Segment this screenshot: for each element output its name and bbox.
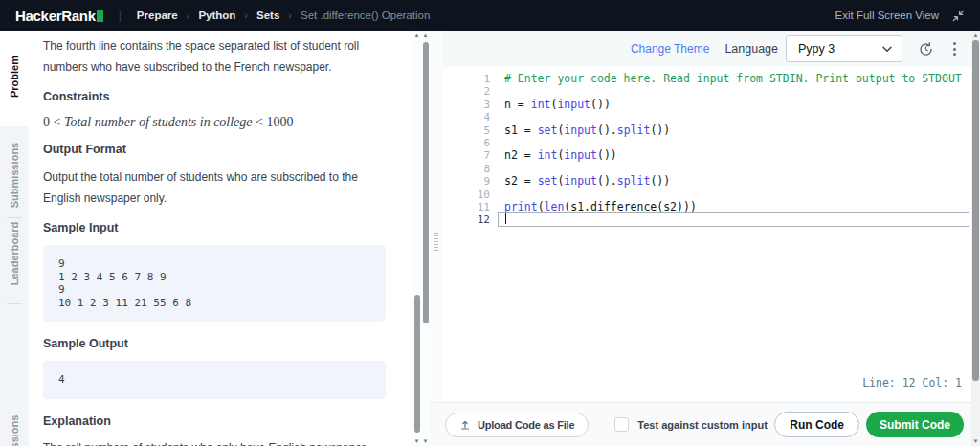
code-line-text (498, 163, 969, 175)
reset-code-icon[interactable] (918, 41, 934, 57)
hackerrank-challenge-screen: HackerRank | Prepare›Python›Sets›Set .di… (0, 0, 980, 446)
exit-fullscreen-link[interactable]: Exit Full Screen View (835, 10, 939, 21)
scroll-up-arrow[interactable]: ▲ (421, 31, 430, 40)
line-number: 12 (442, 213, 498, 226)
explanation-line: The roll numbers of students who only ha… (43, 437, 386, 446)
line-number: 11 (442, 201, 498, 213)
scroll-up-arrow[interactable]: ▲ (971, 31, 980, 40)
submit-code-button[interactable]: Submit Code (866, 412, 964, 437)
breadcrumb-separator-icon: › (244, 10, 248, 21)
sidebar-tab-label: Leaderboard (9, 222, 20, 286)
code-line[interactable]: 11print(len(s1.difference(s2))) (442, 201, 971, 213)
constraints-heading: Constraints (43, 90, 386, 103)
scroll-down-arrow[interactable]: ▼ (412, 436, 421, 446)
scroll-down-arrow[interactable]: ▼ (421, 436, 430, 446)
page-scrollbar: ▲ ▼ (971, 31, 980, 446)
code-line[interactable]: 6 (442, 137, 971, 149)
editor-toolbar: Change Theme Language Pypy 3 (442, 31, 971, 67)
line-number: 3 (442, 99, 498, 111)
collapse-arrows-icon[interactable] (952, 10, 965, 22)
problem-paragraph: The fourth line contains the space separ… (43, 35, 386, 78)
output-format-heading: Output Format (43, 143, 386, 156)
code-line[interactable]: 10 (442, 189, 971, 201)
scrollbar-thumb[interactable] (972, 40, 979, 381)
sample-input-heading: Sample Input (43, 221, 386, 234)
line-number: 7 (442, 149, 498, 162)
code-line[interactable]: 2 (442, 85, 971, 98)
upload-code-button[interactable]: Upload Code as File (445, 413, 589, 437)
scroll-down-arrow[interactable]: ▼ (971, 436, 980, 446)
cursor-position-status: Line: 12 Col: 1 (862, 376, 962, 390)
scrollbar-thumb[interactable] (414, 295, 420, 433)
breadcrumb-item[interactable]: Sets (256, 10, 279, 21)
sample-output-box: 4 (43, 361, 386, 399)
language-dropdown[interactable]: Pypy 3 (786, 35, 902, 62)
code-line[interactable]: 12 (442, 213, 971, 226)
sample-input-text: 9 1 2 3 4 5 6 7 8 9 9 10 1 2 3 11 21 55 … (58, 257, 370, 309)
code-line-text (498, 137, 969, 149)
line-number: 6 (442, 137, 498, 149)
custom-input-label: Test against custom input (637, 419, 767, 431)
chevron-down-icon (882, 46, 892, 53)
breadcrumb-item[interactable]: Python (198, 10, 235, 21)
breadcrumb-separator-icon: › (288, 10, 292, 21)
sidebar-tab-discussions[interactable]: Discussions (0, 415, 29, 446)
topbar-divider: | (119, 9, 122, 22)
problem-panel: The fourth line contains the space separ… (29, 31, 412, 446)
code-line-text: n = int(input()) (498, 99, 969, 111)
topbar-right: Exit Full Screen View (835, 10, 965, 22)
code-line[interactable]: 4 (442, 111, 971, 123)
code-editor[interactable]: 1# Enter your code here. Read input from… (442, 67, 971, 402)
code-line-text: # Enter your code here. Read input from … (498, 73, 969, 85)
code-line-text (498, 212, 969, 227)
sample-output-heading: Sample Output (43, 337, 386, 350)
code-line[interactable]: 8 (442, 163, 971, 175)
topbar: HackerRank | Prepare›Python›Sets›Set .di… (0, 0, 980, 31)
code-line-text: s1 = set(input().split()) (498, 124, 969, 137)
left-tab-rail: ProblemSubmissionsLeaderboardDiscussions (0, 31, 29, 446)
line-number: 5 (442, 124, 498, 137)
text-cursor (505, 213, 506, 224)
sidebar-tab-submissions[interactable]: Submissions (0, 143, 29, 212)
code-line[interactable]: 3n = int(input()) (442, 99, 971, 111)
line-number: 4 (442, 111, 498, 123)
sidebar-tab-problem[interactable]: Problem (0, 56, 29, 101)
line-number: 10 (442, 189, 498, 201)
run-code-button[interactable]: Run Code (774, 412, 859, 437)
change-theme-link[interactable]: Change Theme (631, 42, 710, 56)
code-line-text: n2 = int(input()) (498, 149, 969, 162)
problem-scrollbar: ▲ ▼ (412, 31, 421, 446)
sample-input-box: 9 1 2 3 4 5 6 7 8 9 9 10 1 2 3 11 21 55 … (43, 245, 386, 322)
line-number: 9 (442, 175, 498, 188)
code-line-text (498, 189, 969, 201)
upload-icon (459, 419, 471, 431)
scroll-up-arrow[interactable]: ▲ (412, 31, 421, 40)
explanation-heading: Explanation (43, 414, 386, 428)
sidebar-tab-leaderboard[interactable]: Leaderboard (0, 222, 29, 290)
code-line[interactable]: 9s2 = set(input().split()) (442, 175, 971, 188)
language-label: Language (724, 42, 778, 56)
scrollbar-thumb[interactable] (423, 42, 429, 323)
line-number: 8 (442, 163, 498, 175)
rail-divider (7, 217, 22, 218)
panel-splitter[interactable] (430, 31, 442, 402)
code-line[interactable]: 1# Enter your code here. Read input from… (442, 73, 971, 85)
sidebar-tab-label: Problem (9, 56, 20, 98)
more-options-icon[interactable] (949, 40, 960, 57)
code-line-text (498, 111, 969, 123)
line-number: 1 (442, 73, 498, 85)
left-region-scrollbar: ▲ ▼ (421, 31, 430, 446)
hackerrank-logo[interactable]: HackerRank (15, 8, 103, 24)
code-line[interactable]: 5s1 = set(input().split()) (442, 124, 971, 137)
rail-divider (7, 303, 22, 304)
breadcrumb-item[interactable]: Prepare (137, 10, 178, 21)
logo-green-block-icon (97, 10, 103, 22)
custom-input-checkbox[interactable] (614, 417, 629, 432)
line-number: 2 (442, 85, 498, 98)
code-line[interactable]: 7n2 = int(input()) (442, 149, 971, 162)
upload-label: Upload Code as File (478, 419, 574, 431)
code-line-text: print(len(s1.difference(s2))) (498, 201, 969, 213)
custom-input-toggle[interactable]: Test against custom input (614, 417, 767, 432)
editor-footer: Upload Code as File Test against custom … (430, 402, 971, 446)
code-line-text: s2 = set(input().split()) (498, 175, 969, 188)
